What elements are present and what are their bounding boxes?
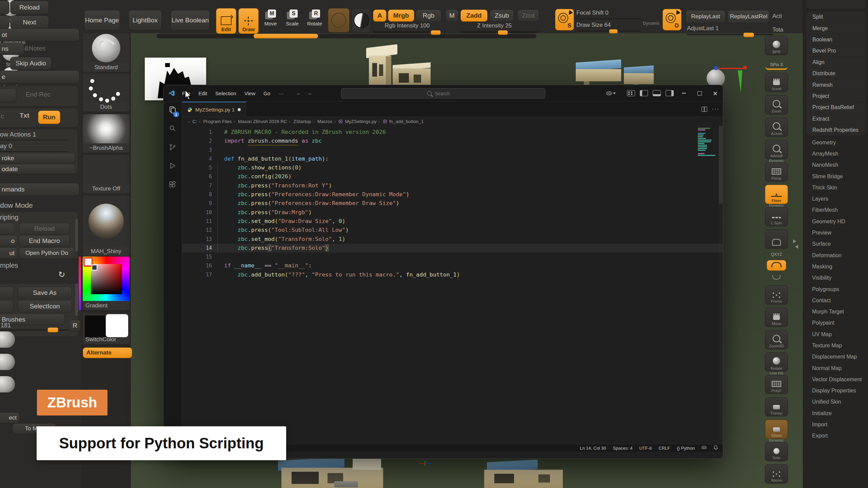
- code-area[interactable]: 1# ZBRUSH MACRO - Recorded in ZBrush ver…: [182, 128, 723, 279]
- shelf-button[interactable]: Dynamic Solo: [765, 442, 788, 461]
- lightbox-button[interactable]: LightBox: [129, 10, 162, 30]
- draw-size-track[interactable]: [576, 30, 641, 32]
- tray-scrollbar-lower[interactable]: [75, 283, 78, 316]
- layout-sidebar-icon[interactable]: [640, 90, 648, 96]
- tool-menu-item[interactable]: Export: [803, 430, 868, 442]
- shelf-button[interactable]: Zoom3D: [765, 330, 788, 349]
- d-brush-badge[interactable]: D: [663, 9, 682, 30]
- explorer-icon[interactable]: 1: [169, 106, 177, 115]
- ot-button[interactable]: ot: [0, 28, 79, 41]
- tota-label-cut[interactable]: Tota: [772, 26, 783, 33]
- menu-item[interactable]: View: [241, 89, 259, 98]
- acti-label-cut[interactable]: Acti: [772, 13, 782, 20]
- commands-button[interactable]: nmands: [0, 183, 79, 196]
- code-line[interactable]: 11 zbc.set_mod("Draw:Draw Size", 0): [182, 217, 723, 226]
- menu-item[interactable]: ···: [275, 89, 287, 98]
- code-editor[interactable]: 1# ZBRUSH MACRO - Recorded in ZBrush ver…: [182, 126, 723, 444]
- shelf-button[interactable]: Actual: [765, 118, 788, 137]
- status-copilot-icon[interactable]: [702, 445, 707, 451]
- status-cursor-position[interactable]: Ln 14, Col 30: [580, 446, 606, 451]
- tool-menu-item[interactable]: Geometry HD: [803, 216, 868, 227]
- status-encoding[interactable]: UTF-8: [639, 446, 652, 451]
- tool-menu-item[interactable]: Layers: [803, 193, 868, 204]
- show-actions-track[interactable]: [0, 140, 68, 141]
- tool-menu-item[interactable]: UV Map: [803, 329, 868, 340]
- mrgb-toggle[interactable]: Mrgb: [388, 9, 414, 22]
- show-actions-slider[interactable]: ow Actions 1: [0, 131, 36, 138]
- shelf-button[interactable]: Xpose: [765, 464, 788, 484]
- layout-panel-icon[interactable]: [653, 90, 661, 96]
- open-python-doc-button[interactable]: Open Python Do: [19, 247, 75, 259]
- tray-scrollbar-upper[interactable]: [75, 219, 78, 251]
- tool-menu-item[interactable]: Import: [803, 419, 868, 430]
- layout-customize-icon[interactable]: [627, 90, 635, 96]
- tool-menu-item[interactable]: Texture Map: [803, 340, 868, 351]
- scripting-cut-3[interactable]: ut: [0, 247, 18, 259]
- code-line[interactable]: 13 zbc.set_mod("Transform:Solo", 1): [182, 235, 723, 244]
- code-line[interactable]: 12 zbc.press("Tool:SubTool:All Low"): [182, 226, 723, 235]
- shelf-button[interactable]: Transp: [765, 397, 788, 416]
- stroke-preview-button[interactable]: [328, 8, 350, 33]
- shelf-button[interactable]: Line Fill PolyF: [765, 375, 788, 394]
- tool-menu-item[interactable]: Initialize: [803, 408, 868, 419]
- zsub-toggle[interactable]: Zsub: [490, 9, 514, 22]
- live-boolean-button[interactable]: Live Boolean: [171, 10, 210, 30]
- split-editor-icon[interactable]: [702, 107, 707, 112]
- shelf-button[interactable]: [765, 229, 788, 249]
- breadcrumb-item[interactable]: › C:: [188, 119, 197, 124]
- nav-forward-icon[interactable]: →: [307, 90, 312, 96]
- more-actions-icon[interactable]: ···: [712, 106, 719, 112]
- shelf-button[interactable]: QXYZ: [765, 252, 788, 257]
- scroll-right-icon[interactable]: [793, 239, 798, 243]
- rgb-intensity-slider[interactable]: Rgb Intensity 100: [373, 22, 441, 29]
- tool-menu-item[interactable]: Align: [806, 57, 866, 68]
- brush-tile-cut-2[interactable]: [0, 354, 15, 370]
- focal-shift-slider[interactable]: Focal Shift 0: [576, 9, 609, 16]
- copilot-menu[interactable]: [606, 90, 616, 96]
- maximize-button[interactable]: [692, 85, 707, 101]
- close-button[interactable]: [707, 85, 723, 101]
- update-button[interactable]: odate: [0, 164, 75, 174]
- tool-menu-item[interactable]: Deformation: [803, 250, 868, 261]
- tool-menu-item[interactable]: Redshift Properties: [806, 124, 866, 136]
- tool-menu-item[interactable]: ArrayMesh: [803, 148, 868, 159]
- tool-menu-item[interactable]: Masking: [803, 261, 868, 272]
- tool-menu-item[interactable]: Split: [806, 11, 866, 22]
- ay-slider[interactable]: ay 0: [0, 142, 12, 150]
- tool-menu-item[interactable]: Unified Skin: [803, 396, 868, 408]
- cut-button-2[interactable]: [0, 16, 9, 29]
- minimize-button[interactable]: [676, 85, 692, 101]
- brush-tile-cut-1[interactable]: [0, 331, 15, 348]
- tab-myzsettings[interactable]: MyZSettings.py 1: [182, 102, 246, 117]
- breadcrumb-item[interactable]: › Program Files: [199, 119, 232, 124]
- tool-menu-item[interactable]: Surface: [803, 239, 868, 250]
- tool-menu-item[interactable]: Remesh: [806, 79, 866, 90]
- rgb-intensity-knob[interactable]: [431, 30, 441, 35]
- save-as-button[interactable]: Save As: [18, 287, 72, 299]
- tool-menu-item[interactable]: Bevel Pro: [806, 45, 866, 56]
- tool-menu-item[interactable]: Visibility: [803, 272, 868, 284]
- skip-audio-button[interactable]: Skip Audio: [10, 57, 52, 70]
- source-control-icon[interactable]: [169, 143, 177, 152]
- m-toggle[interactable]: M: [446, 9, 458, 22]
- code-line[interactable]: 3: [182, 146, 723, 155]
- tool-menu-item[interactable]: Polygroups: [803, 284, 868, 295]
- tool-menu-item[interactable]: Project BasRelief: [806, 102, 866, 113]
- r-button[interactable]: R: [69, 320, 81, 331]
- scripting-cut-2[interactable]: o: [0, 235, 18, 247]
- sculptris-sphere-button[interactable]: [352, 8, 371, 33]
- adjust-last-knob[interactable]: [743, 33, 754, 37]
- search-input[interactable]: [434, 90, 459, 97]
- code-line[interactable]: 1# ZBRUSH MACRO - Recorded in ZBrush ver…: [182, 128, 723, 137]
- tool-menu-item[interactable]: Normal Map: [803, 363, 868, 374]
- tool-menu-item[interactable]: FiberMesh: [803, 205, 868, 216]
- edit-mode-button[interactable]: Edit: [216, 8, 236, 34]
- tool-menu-item[interactable]: Boolean: [806, 34, 866, 45]
- shelf-scroll-arrows[interactable]: [793, 238, 798, 250]
- tool-menu-item[interactable]: Extract: [806, 113, 866, 124]
- reload-button[interactable]: Reload: [10, 1, 49, 14]
- breadcrumb-item[interactable]: › fn_add_button_1: [378, 119, 423, 124]
- scroll-left-icon[interactable]: [793, 245, 798, 249]
- ect-button[interactable]: ect: [0, 412, 20, 423]
- run-button[interactable]: Run: [38, 110, 60, 124]
